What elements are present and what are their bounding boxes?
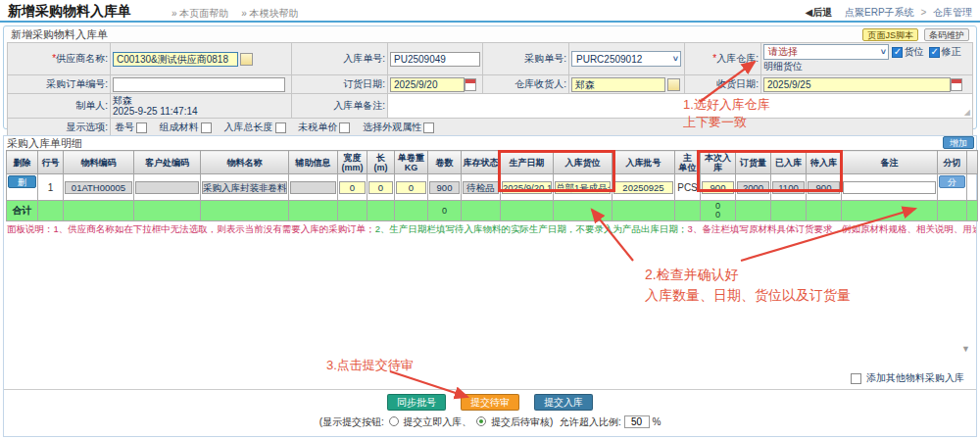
receiver-lookup-icon[interactable] [667, 78, 680, 91]
table-scrollbar[interactable] [967, 151, 978, 174]
cell-width-input[interactable]: 0 [339, 181, 366, 194]
col-width: 宽度 (mm) [338, 151, 368, 174]
cell-aux-info [290, 181, 336, 194]
supplier-lookup-icon[interactable] [240, 53, 253, 66]
option-roll-no-checkbox[interactable] [136, 122, 147, 133]
inbound-no-input[interactable]: PU2509049 [390, 52, 480, 67]
add-other-checkbox[interactable] [851, 373, 861, 384]
option-untaxed-price-label: 未税单价 [298, 122, 337, 132]
order-remark-input[interactable]: ◢ [388, 94, 973, 119]
option-materials-label: 组成材料 [160, 122, 199, 132]
footer-bar: 同步批号 提交待审 提交入库 (显示提交按钮: 提交立即入库、 提交后待审核) … [4, 389, 976, 436]
annotation-step1: 1.选好入库仓库 上下要一致 [683, 96, 770, 131]
add-row-button[interactable]: 增加 [943, 136, 974, 149]
order-date-input[interactable]: 2025/9/20 [390, 77, 465, 92]
back-button[interactable]: ◀后退 [806, 7, 833, 18]
module-help-link[interactable]: » 本模块帮助 [241, 8, 298, 19]
submit-options: (显示提交按钮: 提交立即入库、 提交后待审核) 允许超入比例: % [4, 415, 976, 429]
option-appearance-checkbox[interactable] [423, 122, 434, 133]
cell-batch-no-input[interactable]: 20250925 [613, 181, 673, 194]
breadcrumb: ◀后退 点聚ERP子系统 > 仓库管理 [806, 6, 972, 20]
cell-material-name: 采购入库封装非卷料测试 [202, 181, 287, 194]
col-roll-weight: 单卷重 KG [395, 151, 428, 174]
col-aux-info: 辅助信息 [289, 151, 338, 174]
page-help-link[interactable]: » 本页面帮助 [172, 8, 228, 19]
cell-qty-in-input[interactable]: 900 [702, 181, 734, 194]
cell-material-code: 01ATH00005 [65, 181, 132, 194]
form-table: *供应商名称: C00130&测试供应商0818 入库单号: PU2509049… [7, 42, 973, 137]
panel-note: 面板说明：1、供应商名称如在下拉框中无法选取，则表示当前没有需要入库的采购订单；… [4, 221, 976, 236]
calendar-icon[interactable] [465, 78, 476, 91]
detail-section-title: 采购入库单明细 [4, 136, 976, 150]
cell-remark-input[interactable] [843, 181, 936, 194]
ratio-input[interactable] [624, 415, 650, 428]
cell-qty-received: 1100 [772, 181, 805, 194]
option-materials-checkbox[interactable] [201, 122, 212, 133]
cell-unit: PCS [675, 174, 701, 201]
purchase-order-input[interactable] [113, 77, 285, 92]
col-remark: 备注 [842, 151, 938, 174]
col-location: 入库货位 [554, 151, 612, 174]
chevron-down-icon: ˅ [881, 47, 886, 57]
resize-grip-icon[interactable]: ◢ [964, 108, 970, 117]
col-roll-count: 卷数 [428, 151, 462, 174]
po-select[interactable]: PURC2509012˅ [571, 51, 681, 67]
table-scrollbar-cell[interactable] [967, 174, 978, 201]
fix-location-checkbox[interactable] [929, 47, 940, 58]
sync-batch-button[interactable]: 同步批号 [387, 394, 446, 411]
option-total-length-label: 入库总长度 [224, 122, 273, 132]
display-options: 卷号 组成材料 入库总长度 未税单价 选择外观属性 [111, 119, 973, 137]
option-roll-no-label: 卷号 [115, 122, 134, 132]
ratio-label: 允许超入比例: [560, 416, 621, 427]
col-qty-pending: 待入库 [807, 151, 842, 174]
submit-inbound-button[interactable]: 提交入库 [534, 394, 593, 411]
scroll-down-icon[interactable]: ▼ [961, 344, 970, 354]
breadcrumb-system[interactable]: 点聚ERP子系统 [845, 7, 914, 18]
help-links: » 本页面帮助 » 本模块帮助 [172, 7, 308, 21]
col-delete: 删除 [7, 151, 38, 174]
options-prefix: (显示提交按钮: [319, 416, 384, 427]
cell-length-input[interactable]: 0 [368, 181, 393, 194]
supplier-input[interactable]: C00130&测试供应商0818 [113, 52, 238, 67]
location-checkbox[interactable] [892, 47, 903, 58]
header-divider [0, 21, 980, 23]
receiver-input[interactable]: 郑森 [571, 77, 665, 92]
col-stock-status: 库存状态 [462, 151, 501, 174]
breadcrumb-module[interactable]: 仓库管理 [933, 7, 972, 18]
form-panel: 新增采购物料入库单 页面JS脚本 条码维护 *供应商名称: C00130&测试供… [3, 25, 977, 129]
split-button[interactable]: 分切 [939, 175, 965, 188]
calendar-icon[interactable] [951, 78, 962, 91]
radio-immediate-label: 提交立即入库、 [403, 416, 471, 427]
receive-date-label: 收货日期: [685, 75, 761, 94]
receive-date-input[interactable]: 2025/9/25 [763, 77, 951, 92]
purchase-order-label: 采购订单编号: [8, 75, 111, 94]
ratio-suffix: % [652, 416, 661, 427]
barcode-button[interactable]: 条码维护 [924, 28, 969, 41]
col-batch-no: 入库批号 [612, 151, 675, 174]
option-untaxed-price-checkbox[interactable] [339, 122, 350, 133]
option-total-length-checkbox[interactable] [275, 122, 286, 133]
col-unit: 主 单位 [675, 151, 701, 174]
supplier-label: *供应商名称: [8, 43, 111, 75]
radio-after-review[interactable] [476, 416, 486, 426]
page-js-button[interactable]: 页面JS脚本 [862, 28, 918, 41]
delete-row-button[interactable]: 删除 [8, 175, 36, 188]
col-qty-received: 已入库 [771, 151, 807, 174]
cell-stock-status: 待检品 [463, 181, 499, 194]
warehouse-select[interactable]: 请选择˅ [763, 44, 889, 60]
cell-prod-date-input[interactable]: 2025/9/20 17 [502, 181, 552, 194]
col-customer-code: 客户处编码 [134, 151, 201, 174]
location-checkbox-label: 货位 [905, 46, 924, 57]
chevron-down-icon: ˅ [673, 54, 678, 64]
radio-immediate[interactable] [389, 416, 399, 426]
cell-roll-count: 900 [429, 181, 460, 194]
col-qty-ordered: 订货量 [736, 151, 771, 174]
po-label: 采购单号: [483, 43, 569, 75]
cell-location-input[interactable]: 总部1号成品仓 [555, 181, 611, 194]
submit-review-button[interactable]: 提交待审 [461, 394, 519, 411]
breadcrumb-separator: > [920, 7, 926, 18]
radio-after-review-label: 提交后待审核) [491, 416, 553, 427]
cell-roll-weight-input[interactable]: 0 [396, 181, 426, 194]
maker-label: 制单人: [8, 94, 111, 119]
cell-line-no: 1 [38, 174, 64, 201]
